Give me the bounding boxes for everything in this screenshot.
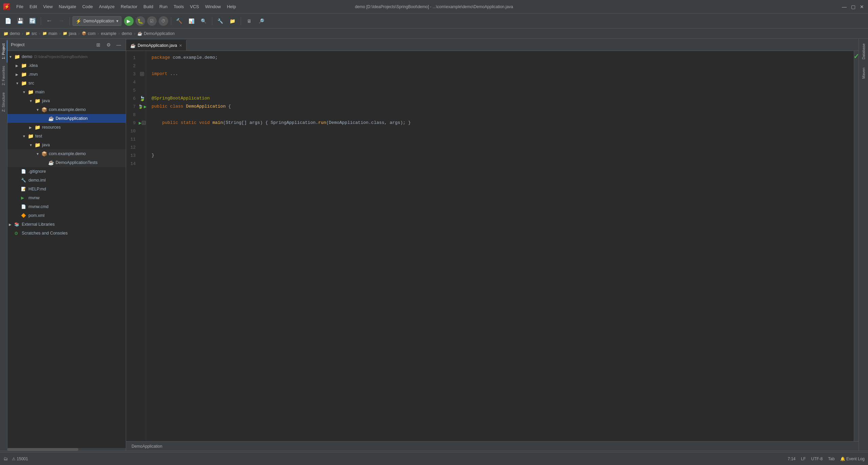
bc-demoapplication[interactable]: DemoApplication [144,31,175,36]
tree-mvnw[interactable]: ▶ mvnw [7,193,126,202]
code-line-1: package com.example.demo; [152,54,854,62]
check-mark-area: ✓ [854,51,859,60]
tab-structure[interactable]: Z: Structure [0,89,7,115]
status-lf[interactable]: LF [801,457,806,461]
tree-scratches[interactable]: ▶ ⚙ Scratches and Consoles [7,229,126,238]
fold-button-3[interactable]: + [140,72,144,76]
code-token-9-8: SpringApplication [271,119,316,127]
tab-project[interactable]: 1: Project [0,40,7,62]
debug-button[interactable]: 🐛 [136,16,145,26]
code-token-13-1: } [152,151,154,160]
menu-vcs[interactable]: VCS [190,4,199,9]
status-bar: 🗂 ⚠ 15001 7:14 LF UTF-8 Tab 🔔 Event Log [0,452,868,465]
line-3-gutter-icon[interactable]: + [138,72,146,76]
bc-demo[interactable]: demo [10,31,20,36]
menu-run[interactable]: Run [159,4,167,9]
presentation-button[interactable]: 🖥 [244,16,255,26]
menu-build[interactable]: Build [143,4,153,9]
editor-scrollbar[interactable]: ✓ [854,51,859,441]
bc-example[interactable]: example [101,31,116,36]
tree-demoapplication[interactable]: ☕ DemoApplication [7,114,126,123]
tree-mvn[interactable]: ▶ 📁 .mvn [7,70,126,79]
menu-code[interactable]: Code [82,4,93,9]
status-warnings[interactable]: ⚠ 15001 [12,457,28,461]
maximize-button[interactable]: ▢ [850,4,856,10]
tree-pomxml[interactable]: 🔶 pom.xml [7,211,126,220]
menu-help[interactable]: Help [227,4,236,9]
minimize-button[interactable]: — [842,4,847,10]
project-panel-collapse[interactable]: — [115,41,122,49]
coverage-button[interactable]: ☑ [147,16,157,26]
menu-edit[interactable]: Edit [29,4,37,9]
tree-tests[interactable]: ☕ DemoApplicationTests [7,158,126,167]
menu-file[interactable]: File [16,4,23,9]
find-button[interactable]: 🔍 [198,16,209,26]
bc-com[interactable]: com [88,31,96,36]
fold-button-9[interactable]: - [142,121,146,125]
line-6-gutter: 6 🍃 [126,94,146,103]
build-project-button[interactable]: 🔨 [174,16,185,26]
sync-button[interactable]: 🔄 [27,16,38,26]
menu-analyze[interactable]: Analyze [99,4,115,9]
tree-package[interactable]: ▼ 📦 com.example.demo [7,105,126,114]
status-indent[interactable]: Tab [828,457,834,461]
bc-src[interactable]: src [32,31,37,36]
project-scrollbar-thumb[interactable] [7,448,78,451]
profile-button[interactable]: ⏱ [159,16,168,26]
editor-tab-demoapplication[interactable]: ☕ DemoApplication.java ✕ [126,40,186,51]
tree-idea[interactable]: ▶ 📁 .idea [7,61,126,70]
project-panel-title: Project [11,42,92,47]
tree-iml[interactable]: 🔧 demo.iml [7,176,126,185]
tab-favorites[interactable]: 2: Favorites [0,62,7,89]
search-everywhere-button[interactable]: 🔎 [256,16,267,26]
tree-main[interactable]: ▼ 📁 main [7,88,126,96]
code-line-6: @SpringBootApplication [152,94,854,103]
tree-mvnwcmd[interactable]: 📄 mvnw.cmd [7,202,126,211]
tree-src[interactable]: ▼ 📁 src [7,79,126,88]
tree-root[interactable]: ▼ 📁 demo D:\IdeaProjects\SpringBoot\dem [7,52,126,61]
code-content[interactable]: package com.example.demo; import ... @Sp… [146,51,854,441]
menu-refactor[interactable]: Refactor [121,4,137,9]
tree-idea-label: .idea [28,63,38,68]
run-button[interactable]: ▶ [124,16,134,26]
line-5-gutter: 5 [126,86,146,94]
run-icon-9[interactable]: ▶ [139,121,141,125]
tree-test[interactable]: ▼ 📁 test [7,132,126,141]
tree-java[interactable]: ▼ 📁 java [7,96,126,105]
menu-navigate[interactable]: Navigate [59,4,76,9]
bc-demo2[interactable]: demo [122,31,132,36]
tools-button[interactable]: 🔧 [215,16,226,26]
project-panel-settings[interactable]: ⊞ [95,41,102,49]
close-button[interactable]: ✕ [859,4,865,10]
menu-view[interactable]: View [43,4,53,9]
tree-resources[interactable]: ▶ 📁 resources [7,123,126,132]
forward-button[interactable]: → [56,16,67,26]
tree-helpmd[interactable]: 📝 HELP.md [7,185,126,193]
status-git-icon: 🗂 [3,456,8,461]
menu-tools[interactable]: Tools [174,4,184,9]
event-log[interactable]: 🔔 Event Log [840,457,865,461]
run-configuration[interactable]: ⚡ DemoApplication ▾ [73,16,121,26]
open-folder-button[interactable]: 📁 [227,16,238,26]
tree-test-java[interactable]: ▼ 📁 java [7,141,126,149]
new-file-button[interactable]: 📄 [3,16,14,26]
tree-extlibs[interactable]: ▶ 📚 External Libraries [7,220,126,229]
tree-gitignore[interactable]: 📄 .gitignore [7,167,126,176]
code-token-9-12: DemoApplication [329,119,369,127]
back-button[interactable]: ← [44,16,55,26]
menu-window[interactable]: Window [205,4,221,9]
editor-tabs: ☕ DemoApplication.java ✕ [126,39,859,51]
bc-main[interactable]: main [48,31,57,36]
status-position[interactable]: 7:14 [788,457,795,461]
database-tab[interactable]: Database [860,41,867,61]
coverage-analysis-button[interactable]: 📊 [186,16,197,26]
bc-java[interactable]: java [69,31,76,36]
save-button[interactable]: 💾 [15,16,26,26]
maven-tab[interactable]: Maven [860,66,867,81]
project-panel-gear[interactable]: ⚙ [105,41,112,49]
project-scrollbar[interactable] [7,448,126,451]
line-10-gutter: 10 [126,127,146,135]
status-encoding[interactable]: UTF-8 [811,457,823,461]
tree-test-package[interactable]: ▼ 📦 com.example.demo [7,149,126,158]
tab-close-button[interactable]: ✕ [179,43,182,48]
